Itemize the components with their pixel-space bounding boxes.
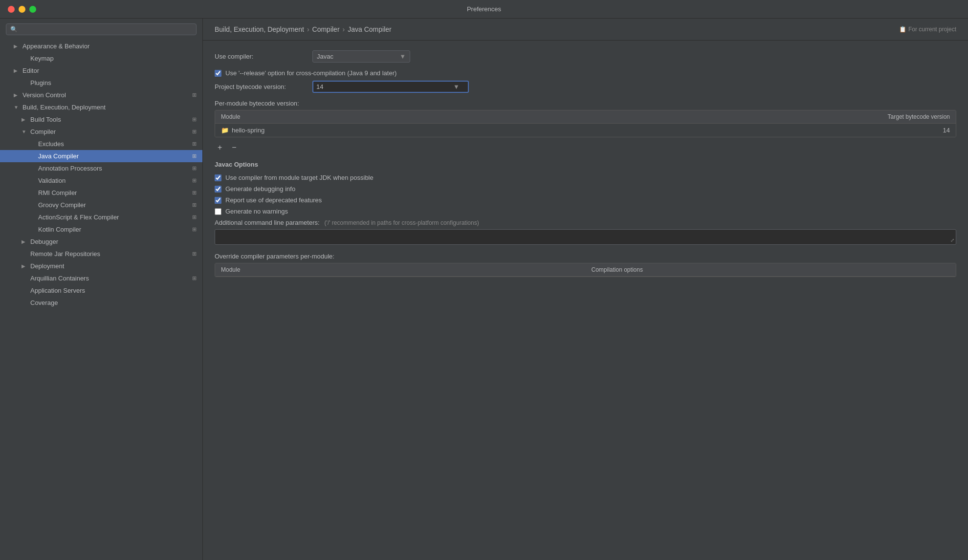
sidebar-item-label: Build, Execution, Deployment [22,104,197,111]
release-option-row: Use '--release' option for cross-compila… [215,69,956,77]
table-row[interactable]: 📁 hello-spring 14 [215,124,956,137]
sidebar-item-arquillian-containers[interactable]: Arquillian Containers ⊞ [0,272,202,284]
use-compiler-module-label: Use compiler from module target JDK when… [225,174,374,181]
window-title: Preferences [467,5,501,13]
sidebar-item-rmi-compiler[interactable]: RMI Compiler ⊞ [0,187,202,199]
sidebar-item-actionscript-flex-compiler[interactable]: ActionScript & Flex Compiler ⊞ [0,211,202,223]
sidebar-item-build-tools[interactable]: ▶ Build Tools ⊞ [0,113,202,126]
breadcrumb-sep2: › [343,25,345,33]
sidebar-item-deployment[interactable]: ▶ Deployment [0,260,202,272]
close-button[interactable] [8,6,15,13]
maximize-button[interactable] [29,6,36,13]
sidebar-item-label: Annotation Processors [38,165,192,172]
expand-icon[interactable]: ⤢ [950,237,954,243]
breadcrumb-sep1: › [307,25,309,33]
sidebar-item-appearance-behavior[interactable]: ▶ Appearance & Behavior [0,40,202,52]
sidebar-item-excludes[interactable]: Excludes ⊞ [0,138,202,150]
sidebar-item-label: Excludes [38,140,192,148]
generate-no-warnings-row: Generate no warnings [215,208,956,215]
minimize-button[interactable] [19,6,25,13]
bytecode-dropdown-icon[interactable]: ▼ [453,83,460,90]
sidebar-item-label: Application Servers [30,287,197,294]
compiler-select-value: Javac [317,53,397,60]
content-area: Build, Execution, Deployment › Compiler … [203,19,968,560]
override-compilation-header: Compilation options [586,263,956,276]
sidebar-item-editor[interactable]: ▶ Editor [0,65,202,77]
sidebar-item-debugger[interactable]: ▶ Debugger [0,236,202,248]
sidebar-item-kotlin-compiler[interactable]: Kotlin Compiler ⊞ [0,223,202,236]
breadcrumb: Build, Execution, Deployment › Compiler … [215,25,392,33]
sidebar-item-build-execution-deployment[interactable]: ▼ Build, Execution, Deployment [0,101,202,113]
sync-icon: ⊞ [192,153,197,159]
sync-icon: ⊞ [192,214,197,220]
sidebar-item-label: Version Control [22,91,192,99]
module-version-cell: 14 [819,124,956,137]
sync-icon: ⊞ [192,92,197,98]
report-deprecated-checkbox[interactable] [215,197,221,204]
sync-icon: ⊞ [192,275,197,281]
bytecode-version-row: Project bytecode version: ▼ [215,81,956,93]
sync-icon: ⊞ [192,129,197,135]
project-icon: 📋 [899,26,906,33]
chevron-icon: ▶ [22,239,27,244]
sidebar-item-label: Arquillian Containers [30,275,192,282]
override-label: Override compiler parameters per-module: [215,253,956,260]
table-header: Module Target bytecode version [215,110,956,124]
breadcrumb-current: Java Compiler [348,25,391,33]
sidebar: 🔍 ▶ Appearance & Behavior Keymap ▶ Edito… [0,19,203,560]
title-bar: Preferences [0,0,968,19]
compiler-select-arrow-icon: ▼ [399,53,406,60]
override-table: Module Compilation options [215,263,956,277]
sidebar-item-label: Validation [38,177,192,184]
sidebar-item-coverage[interactable]: Coverage [0,297,202,309]
sidebar-item-annotation-processors[interactable]: Annotation Processors ⊞ [0,162,202,174]
sidebar-item-label: Debugger [30,238,197,245]
search-icon: 🔍 [10,26,18,33]
remove-module-button[interactable]: − [229,142,239,153]
sidebar-item-application-servers[interactable]: Application Servers [0,284,202,297]
sync-icon: ⊞ [192,251,197,257]
release-option-checkbox[interactable] [215,70,221,77]
sidebar-item-label: Coverage [30,299,197,306]
sidebar-item-label: Appearance & Behavior [22,43,197,50]
sidebar-item-validation[interactable]: Validation ⊞ [0,174,202,187]
project-bytecode-label: Project bytecode version: [215,83,312,90]
override-module-header: Module [215,263,586,276]
bytecode-input[interactable] [316,83,453,90]
sidebar-item-label: Keymap [30,55,197,62]
sync-icon: ⊞ [192,165,197,172]
sidebar-item-groovy-compiler[interactable]: Groovy Compiler ⊞ [0,199,202,211]
use-compiler-label: Use compiler: [215,53,312,60]
module-name: hello-spring [232,127,264,134]
generate-debugging-checkbox[interactable] [215,186,221,193]
search-input[interactable] [21,26,192,33]
sidebar-item-java-compiler[interactable]: Java Compiler ⊞ [0,150,202,162]
use-compiler-module-checkbox[interactable] [215,174,221,181]
sidebar-item-compiler[interactable]: ▼ Compiler ⊞ [0,126,202,138]
sync-icon: ⊞ [192,190,197,196]
sidebar-item-label: Build Tools [30,116,192,123]
for-current-project-label: 📋 For current project [899,26,956,33]
generate-no-warnings-label: Generate no warnings [225,208,288,215]
module-column-header: Module [215,110,819,123]
version-column-header: Target bytecode version [819,110,956,123]
sidebar-item-plugins[interactable]: Plugins [0,77,202,89]
add-module-button[interactable]: + [215,142,225,153]
sync-icon: ⊞ [192,177,197,184]
sidebar-item-label: Remote Jar Repositories [30,250,192,258]
sync-icon: ⊞ [192,116,197,123]
chevron-icon: ▶ [22,263,27,269]
table-toolbar: + − [215,142,956,153]
sidebar-item-version-control[interactable]: ▶ Version Control ⊞ [0,89,202,101]
sidebar-item-remote-jar-repositories[interactable]: Remote Jar Repositories ⊞ [0,248,202,260]
compiler-select[interactable]: Javac ▼ [312,50,410,63]
sidebar-item-keymap[interactable]: Keymap [0,52,202,65]
sidebar-item-label: Plugins [30,79,197,86]
generate-no-warnings-checkbox[interactable] [215,208,221,215]
chevron-icon: ▶ [14,92,20,98]
cmdline-input[interactable] [215,229,956,245]
use-compiler-row: Use compiler: Javac ▼ [215,50,956,63]
cmdline-label: Additional command line parameters: [215,219,320,226]
sidebar-item-label: Groovy Compiler [38,201,192,209]
search-box[interactable]: 🔍 [6,23,197,35]
